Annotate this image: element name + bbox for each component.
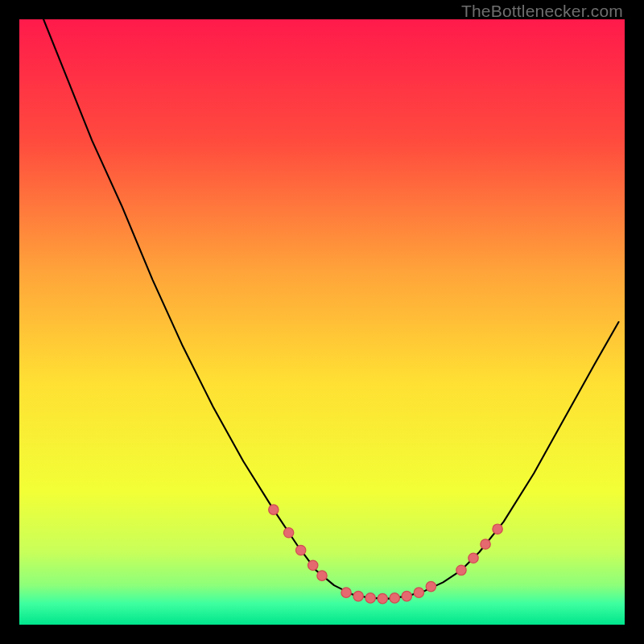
chart-frame: [19, 19, 625, 625]
curve-marker: [308, 560, 318, 570]
curve-marker: [378, 593, 387, 603]
curve-marker: [469, 553, 478, 563]
curve-marker: [414, 588, 423, 597]
curve-marker: [341, 588, 351, 597]
curve-marker: [295, 545, 305, 555]
curve-marker: [283, 528, 293, 538]
chart-svg: [19, 19, 625, 625]
curve-marker: [426, 581, 436, 591]
chart-background-gradient: [19, 19, 625, 625]
curve-marker: [269, 505, 279, 514]
curve-marker: [365, 593, 375, 603]
curve-marker: [493, 524, 502, 534]
curve-marker: [402, 591, 411, 601]
curve-marker: [456, 565, 466, 575]
curve-marker: [353, 591, 363, 601]
curve-marker: [317, 571, 327, 580]
watermark-text: TheBottlenecker.com: [461, 2, 623, 21]
curve-marker: [481, 539, 490, 549]
curve-marker: [390, 593, 399, 603]
